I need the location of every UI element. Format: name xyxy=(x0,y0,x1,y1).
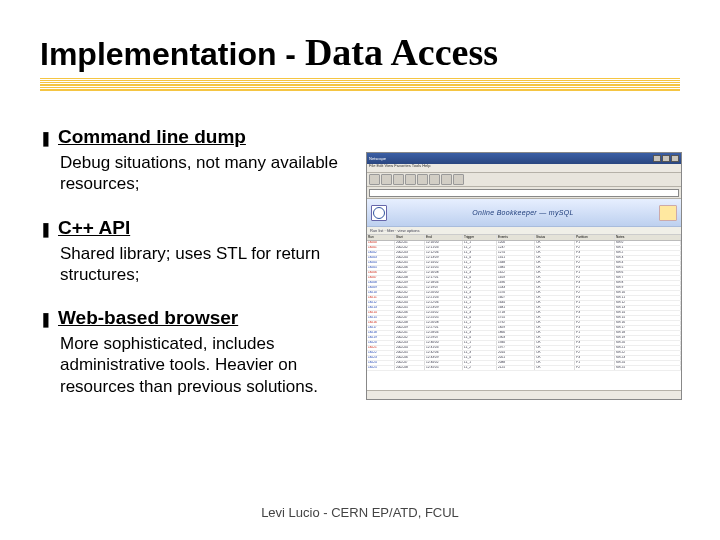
slide: Implementation - Data Access ❚ Command l… xyxy=(0,0,720,540)
toolbar-icon xyxy=(417,174,428,185)
list-item: ❚ Web-based browser More sophisticated, … xyxy=(40,307,340,397)
mock-app-title: Online Bookkeeper — mySQL xyxy=(387,209,659,216)
bullet-icon: ❚ xyxy=(40,217,52,241)
maximize-icon xyxy=(662,155,670,162)
mock-subheader: Run list · filter · view options xyxy=(367,227,681,235)
toolbar-icon xyxy=(381,174,392,185)
table-row: 182252002-0812:35:05L1_22125OKP2run 25 xyxy=(367,366,681,371)
mock-window-title: Netscape xyxy=(369,157,386,161)
mock-statusbar xyxy=(367,390,681,399)
col-head: End xyxy=(425,235,463,239)
slide-title: Implementation - Data Access xyxy=(40,30,680,74)
item-heading: ❚ Web-based browser xyxy=(40,307,340,331)
bullet-list: ❚ Command line dump Debug situations, no… xyxy=(40,126,340,419)
toolbar-icon xyxy=(429,174,440,185)
mock-app-header: Online Bookkeeper — mySQL xyxy=(367,199,681,227)
toolbar-icon xyxy=(393,174,404,185)
item-head-text: Web-based browser xyxy=(58,307,238,329)
list-item: ❚ Command line dump Debug situations, no… xyxy=(40,126,340,195)
mock-toolbar xyxy=(367,173,681,187)
col-head: Status xyxy=(535,235,575,239)
toolbar-icon xyxy=(453,174,464,185)
toolbar-icon xyxy=(369,174,380,185)
bullet-icon: ❚ xyxy=(40,307,52,331)
mock-address-input xyxy=(369,189,679,197)
mock-page: Online Bookkeeper — mySQL Run list · fil… xyxy=(367,199,681,390)
title-underline xyxy=(40,78,680,92)
col-head: Start xyxy=(395,235,425,239)
bullet-icon: ❚ xyxy=(40,126,52,150)
col-head: Events xyxy=(497,235,535,239)
mock-addressbar xyxy=(367,187,681,199)
item-heading: ❚ C++ API xyxy=(40,217,340,241)
mock-logo-icon xyxy=(371,205,387,221)
minimize-icon xyxy=(653,155,661,162)
col-head: Trigger xyxy=(463,235,497,239)
mock-menubar: File Edit View Favorites Tools Help xyxy=(367,164,681,173)
title-part1: Implementation - xyxy=(40,36,305,72)
col-head: Partition xyxy=(575,235,615,239)
mock-browser-window: Netscape File Edit View Favorites Tools … xyxy=(366,152,682,400)
item-desc: Debug situations, not many available res… xyxy=(40,152,340,195)
toolbar-icon xyxy=(441,174,452,185)
item-head-text: Command line dump xyxy=(58,126,246,148)
title-part2: Data Access xyxy=(305,31,498,73)
slide-footer: Levi Lucio - CERN EP/ATD, FCUL xyxy=(0,505,720,520)
col-head: Notes xyxy=(615,235,681,239)
mock-table-body: 182002002-0112:10:00L1_11200OKP1run 0182… xyxy=(367,241,681,371)
item-head-text: C++ API xyxy=(58,217,130,239)
toolbar-icon xyxy=(405,174,416,185)
col-head: Run xyxy=(367,235,395,239)
screenshot-placeholder: Netscape File Edit View Favorites Tools … xyxy=(366,126,682,419)
content-row: ❚ Command line dump Debug situations, no… xyxy=(40,126,680,419)
mock-table: Run Start End Trigger Events Status Part… xyxy=(367,235,681,390)
mock-window-buttons xyxy=(653,155,679,162)
item-desc: Shared library; uses STL for return stru… xyxy=(40,243,340,286)
item-desc: More sophisticated, includes administrat… xyxy=(40,333,340,397)
item-heading: ❚ Command line dump xyxy=(40,126,340,150)
list-item: ❚ C++ API Shared library; uses STL for r… xyxy=(40,217,340,286)
close-icon xyxy=(671,155,679,162)
mock-badge-icon xyxy=(659,205,677,221)
